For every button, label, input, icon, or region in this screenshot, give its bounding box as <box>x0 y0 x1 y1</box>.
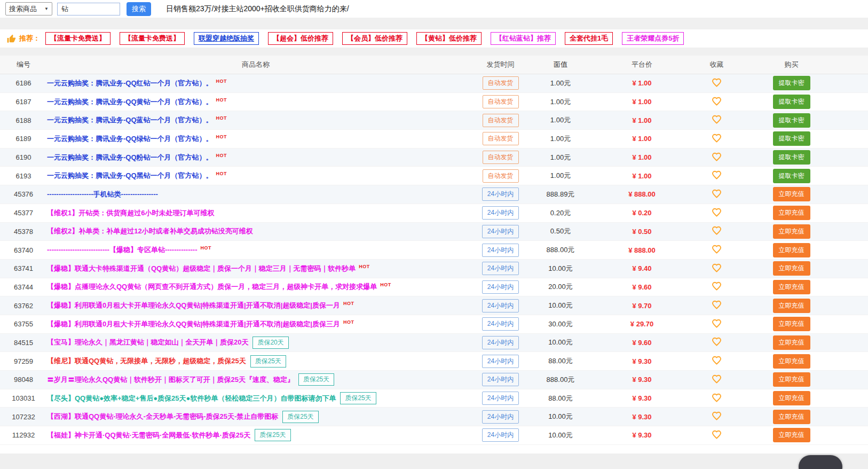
recharge-button[interactable]: 立即充值 <box>773 187 810 201</box>
platform-price: ¥ 0.20 <box>585 209 699 217</box>
promo-link[interactable]: 【黄钻】低价推荐 <box>416 32 482 45</box>
product-title-cell: 【西湖】联通QQ黄钻-理论永久-全天秒单-无需密码-质保25天-禁止自带图标质保… <box>47 411 464 423</box>
recharge-button[interactable]: 立即充值 <box>773 206 810 220</box>
product-title-link[interactable]: 〓岁月〓理论永久QQ黄钻｜软件秒开｜图标灭了可开｜质保25天『速度、稳定』 <box>47 375 294 385</box>
product-title-link[interactable]: 【爆稳】联通大卡特殊渠道开通（QQ黄钻）超级稳定｜质保一个月｜稳定三月｜无需密码… <box>47 264 356 273</box>
recharge-button[interactable]: 立即充值 <box>773 428 810 442</box>
promo-link[interactable]: 【红钻蓝钻】推荐 <box>491 32 556 45</box>
favorite-heart-icon[interactable] <box>712 429 722 440</box>
recharge-button[interactable]: 立即充值 <box>773 354 810 369</box>
extract-card-button[interactable]: 提取卡密 <box>773 169 810 183</box>
chat-widget[interactable] <box>799 455 842 469</box>
favorite-heart-icon[interactable] <box>712 337 722 347</box>
product-id: 98048 <box>0 376 47 384</box>
favorite-heart-icon[interactable] <box>712 393 722 403</box>
favorite-heart-icon[interactable] <box>712 244 722 254</box>
extract-card-button[interactable]: 提取卡密 <box>773 76 810 90</box>
action-cell: 立即充值 <box>734 372 849 387</box>
recharge-button[interactable]: 立即充值 <box>773 261 810 276</box>
recharge-button[interactable]: 立即充值 <box>773 224 810 239</box>
favorite-heart-icon[interactable] <box>712 114 722 124</box>
favorite-heart-icon[interactable] <box>712 263 722 273</box>
delivery-badge: 24小时内 <box>482 280 519 294</box>
product-id: 63755 <box>0 320 47 328</box>
promo-link[interactable]: 联盟穿越绝版抽奖 <box>194 32 259 45</box>
favorite-heart-icon[interactable] <box>712 133 722 143</box>
favorite-heart-icon[interactable] <box>712 318 722 329</box>
product-title-link[interactable]: 【维权2】补单类：补单超过12小时或者补单交易成功钻没亮可维权 <box>47 226 253 236</box>
action-cell: 立即充值 <box>734 280 849 294</box>
favorite-heart-icon[interactable] <box>712 281 722 291</box>
favorite-heart-icon[interactable] <box>712 207 722 217</box>
favorite-heart-icon[interactable] <box>712 152 722 162</box>
extract-card-button[interactable]: 提取卡密 <box>773 113 810 128</box>
delivery-badge: 24小时内 <box>482 262 519 275</box>
product-title-link[interactable]: 【爆稳】点播理论永久QQ黄钻（网页查不到开通方式）质保一月，稳定三月，超级神卡开… <box>47 282 377 292</box>
delivery-badge: 自动发货 <box>483 151 519 164</box>
product-title-link[interactable]: 【福娃】神卡开通·QQ黄钻·无需密码·全网最低·软件秒单·质保25天 <box>47 431 250 440</box>
face-value: 1.00元 <box>536 115 585 125</box>
face-value: 10.00元 <box>536 264 585 273</box>
extract-card-button[interactable]: 提取卡密 <box>773 150 810 165</box>
recharge-button[interactable]: 立即充值 <box>773 410 810 424</box>
promo-link[interactable]: 全套代挂1毛 <box>565 32 613 45</box>
favorite-cell <box>699 263 734 275</box>
extract-card-button[interactable]: 提取卡密 <box>773 131 810 146</box>
favorite-cell <box>699 189 734 200</box>
favorite-heart-icon[interactable] <box>712 411 722 421</box>
table-row: 97259【维尼】联通QQ黄钻，无限接单，无限秒，超级稳定，质保25天质保25天… <box>0 352 868 371</box>
promo-link[interactable]: 王者荣耀点券5折 <box>622 32 684 45</box>
column-header: 发货时间 <box>464 60 536 69</box>
product-title-link[interactable]: 一元云购抽奖：腾讯业务-QQ绿钻一个月（官方钻）。 <box>47 134 213 144</box>
favorite-heart-icon[interactable] <box>712 374 722 384</box>
favorite-heart-icon[interactable] <box>712 96 722 106</box>
search-input[interactable] <box>57 3 120 15</box>
promo-link[interactable]: 【流量卡免费送】 <box>45 32 111 45</box>
recharge-button[interactable]: 立即充值 <box>773 335 810 350</box>
product-title-link[interactable]: 【爆稳】利用联通0月租大卡开单理论永久QQ黄钻|特殊渠道开通|开通不取消|超级稳… <box>47 319 340 329</box>
product-title-link[interactable]: 一元云购抽奖：腾讯业务-QQ黑钻一个月（官方钻）。 <box>47 171 213 181</box>
promo-link[interactable]: 【超会】低价推荐 <box>268 32 333 45</box>
product-title-link[interactable]: 一元云购抽奖：腾讯业务-QQ红钻一个月（官方钻）。 <box>47 79 213 88</box>
action-cell: 立即充值 <box>734 206 849 220</box>
recharge-button[interactable]: 立即充值 <box>773 299 810 313</box>
product-title-cell: 【爆稳】利用联通0月租大卡开单理论永久QQ黄钻|特殊渠道开通|开通不取消|超级稳… <box>47 319 464 329</box>
product-title-link[interactable]: 【尽头】QQ黄钻●效率+稳定+售后●质保25天●软件秒单（轻松稳定三个月）自带图… <box>47 394 336 403</box>
favorite-heart-icon[interactable] <box>712 225 722 236</box>
product-title-link[interactable]: 【宝马】理论永久｜黑龙江黄钻｜稳定如山｜全天开单｜质保20天 <box>47 338 248 347</box>
favorite-heart-icon[interactable] <box>712 77 722 88</box>
product-title-link[interactable]: 【维权1】开钻类：供货商超过6小时未处理订单可维权 <box>47 208 214 218</box>
table-row: 6186一元云购抽奖：腾讯业务-QQ红钻一个月（官方钻）。HOT自动发货1.00… <box>0 74 868 93</box>
promo-link[interactable]: 【流量卡免费送】 <box>120 32 185 45</box>
product-title-cell: 【尽头】QQ黄钻●效率+稳定+售后●质保25天●软件秒单（轻松稳定三个月）自带图… <box>47 392 464 404</box>
search-category-select[interactable]: 搜索商品 ▼ <box>5 2 52 15</box>
recharge-button[interactable]: 立即充值 <box>773 243 810 257</box>
hot-label: HOT <box>343 301 354 306</box>
favorite-heart-icon[interactable] <box>712 355 722 365</box>
favorite-heart-icon[interactable] <box>712 189 722 199</box>
product-title-link[interactable]: --------------------手机钻类---------------- <box>47 190 158 199</box>
table-row: 6188一元云购抽奖：腾讯业务-QQ蓝钻一个月（官方钻）。HOT自动发货1.00… <box>0 111 868 130</box>
action-cell: 立即充值 <box>734 335 849 350</box>
product-title-link[interactable]: 一元云购抽奖：腾讯业务-QQ黄钻一个月（官方钻）。 <box>47 97 213 107</box>
product-title-cell: 一元云购抽奖：腾讯业务-QQ粉钻一个月（官方钻）。HOT <box>47 153 464 162</box>
product-title-link[interactable]: ---------------------------【爆稳】专区单钻-----… <box>47 245 198 255</box>
recharge-button[interactable]: 立即充值 <box>773 317 810 331</box>
search-button[interactable]: 搜索 <box>127 2 151 16</box>
delivery-badge: 自动发货 <box>483 169 519 183</box>
hot-label: HOT <box>359 264 370 269</box>
product-title-link[interactable]: 一元云购抽奖：腾讯业务-QQ粉钻一个月（官方钻）。 <box>47 153 213 162</box>
recharge-button[interactable]: 立即充值 <box>773 391 810 405</box>
product-title-link[interactable]: 【维尼】联通QQ黄钻，无限接单，无限秒，超级稳定，质保25天 <box>47 356 246 366</box>
extract-card-button[interactable]: 提取卡密 <box>773 95 810 109</box>
product-title-link[interactable]: 【爆稳】利用联通0月租大卡开单理论永久QQ黄钻|特殊渠道开通|开通不取消|超级稳… <box>47 301 340 310</box>
favorite-cell <box>699 114 734 126</box>
promo-link[interactable]: 【会员】低价推荐 <box>342 32 407 45</box>
recharge-button[interactable]: 立即充值 <box>773 280 810 294</box>
product-title-link[interactable]: 【西湖】联通QQ黄钻-理论永久-全天秒单-无需密码-质保25天-禁止自带图标 <box>47 412 278 421</box>
favorite-heart-icon[interactable] <box>712 170 722 180</box>
product-title-link[interactable]: 一元云购抽奖：腾讯业务-QQ蓝钻一个月（官方钻）。 <box>47 115 213 125</box>
favorite-cell <box>699 133 734 145</box>
recharge-button[interactable]: 立即充值 <box>773 372 810 387</box>
favorite-heart-icon[interactable] <box>712 300 722 310</box>
